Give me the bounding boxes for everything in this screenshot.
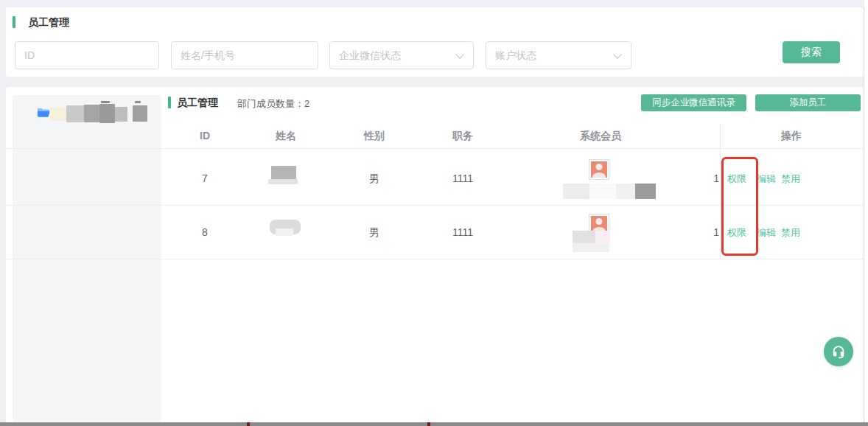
disable-link[interactable]: 禁用 — [781, 172, 800, 186]
page-title: 员工管理 — [28, 16, 69, 28]
cell-gender: 男 — [369, 172, 379, 186]
redacted-text — [135, 101, 141, 103]
redacted-name — [276, 228, 293, 236]
window-bottom-edge — [427, 422, 430, 426]
cell-clipped-value: 1 — [710, 226, 719, 238]
col-header-gender: 性别 — [364, 130, 385, 143]
cell-id: 8 — [202, 226, 208, 238]
account-status-select[interactable] — [486, 41, 631, 69]
add-employee-button[interactable]: 添加员工 — [755, 94, 861, 111]
redacted-text — [115, 107, 127, 122]
redacted-text — [133, 105, 147, 122]
member-count-label: 部门成员数量：2 — [237, 97, 309, 111]
redacted-name — [268, 179, 298, 184]
permission-link[interactable]: 权限 — [727, 172, 746, 186]
redacted-text — [589, 184, 616, 199]
col-header-name: 姓名 — [276, 130, 296, 143]
redacted-text — [595, 231, 610, 243]
redacted-text — [50, 108, 66, 121]
divider — [864, 7, 864, 422]
divider — [6, 259, 864, 259]
redacted-text — [66, 105, 84, 122]
redacted-text — [101, 101, 110, 103]
cell-job: 1111 — [452, 172, 473, 184]
search-button[interactable]: 搜索 — [783, 41, 840, 63]
divider — [6, 148, 864, 149]
redacted-text — [84, 105, 99, 122]
headset-icon — [830, 343, 847, 360]
avatar-silhouette — [591, 161, 607, 178]
panel-title-accent-bar — [168, 97, 171, 108]
employee-management-page: 员工管理 搜索 — [0, 0, 868, 426]
edit-link[interactable]: 编辑 — [757, 172, 776, 186]
member-avatar[interactable] — [589, 159, 609, 180]
wechat-status-select[interactable] — [329, 41, 474, 69]
member-panel: 员工管理 部门成员数量：2 同步企业微信通讯录 添加员工 ID 姓名 性别 职务… — [6, 87, 864, 423]
title-accent-bar — [13, 16, 15, 28]
fixed-column-divider — [720, 124, 721, 259]
divider — [6, 205, 864, 206]
wechat-status-select-value[interactable] — [329, 41, 474, 69]
customer-service-button[interactable] — [824, 337, 853, 366]
disable-link[interactable]: 禁用 — [781, 226, 800, 240]
avatar-silhouette — [591, 216, 607, 232]
account-status-select-value[interactable] — [486, 41, 631, 69]
redacted-text — [573, 231, 595, 243]
sync-wechat-contacts-button[interactable]: 同步企业微信通讯录 — [641, 94, 746, 111]
cell-id: 7 — [202, 172, 208, 184]
window-bottom-edge — [0, 422, 868, 426]
filter-panel: 员工管理 搜索 — [6, 7, 864, 77]
id-input[interactable] — [15, 41, 159, 69]
panel-title: 员工管理 — [177, 97, 218, 108]
edit-link[interactable]: 编辑 — [757, 226, 776, 240]
redacted-text — [573, 243, 609, 252]
cell-gender: 男 — [369, 226, 379, 240]
col-header-member: 系统会员 — [580, 130, 621, 143]
folder-icon — [37, 107, 50, 121]
name-phone-input[interactable] — [171, 41, 318, 69]
window-bottom-edge — [247, 422, 250, 426]
col-header-actions: 操作 — [781, 130, 802, 143]
col-header-job: 职务 — [452, 130, 473, 143]
permission-link[interactable]: 权限 — [727, 226, 746, 240]
redacted-text — [99, 104, 115, 123]
redacted-text — [635, 184, 656, 199]
scrollbar-track[interactable] — [864, 0, 868, 422]
redacted-text — [563, 184, 589, 199]
cell-clipped-value: 1 — [710, 172, 719, 184]
redacted-text — [616, 184, 635, 199]
col-header-id: ID — [200, 130, 210, 142]
cell-job: 1111 — [452, 226, 473, 238]
